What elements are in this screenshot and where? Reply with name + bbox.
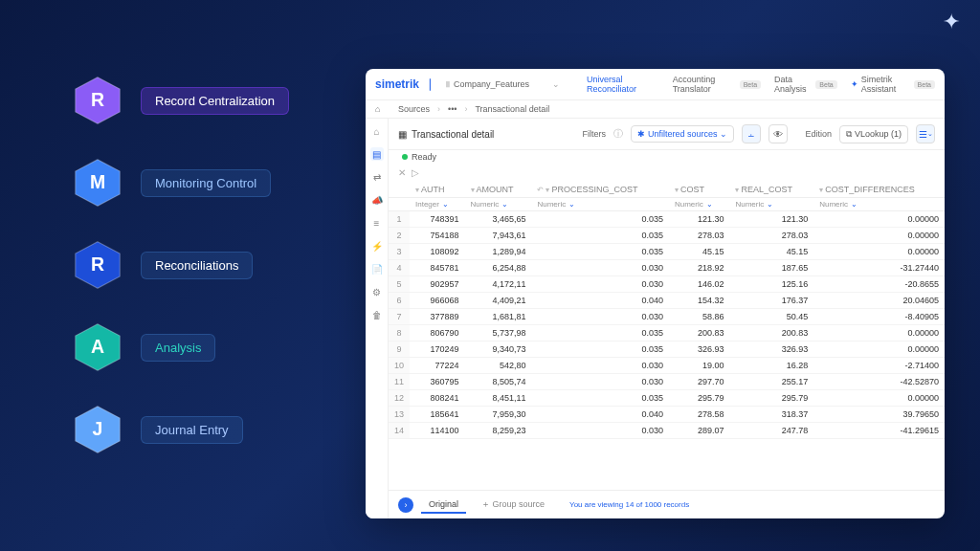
cell-real: 187.65	[729, 260, 813, 276]
table-row[interactable]: 4 845781 6,254,88 0.030 218.92 187.65 -3…	[389, 260, 945, 276]
unfiltered-sources-button[interactable]: ✱ Unfiltered sources ⌄	[631, 125, 735, 143]
cell-auth: 360795	[410, 374, 465, 390]
col-header[interactable]: ▾AUTH	[410, 182, 465, 198]
sidebar-plug-icon[interactable]: ⚡	[370, 239, 384, 253]
col-type[interactable]: Numeric⌄	[729, 198, 813, 211]
filter-col-icon: ▾	[735, 186, 739, 194]
feature-label: Record Centralization	[141, 87, 289, 115]
sidebar-home-icon[interactable]: ⌂	[370, 124, 384, 138]
vlookup-label: VLookup (1)	[855, 129, 902, 139]
table-row[interactable]: 7 377889 1,681,81 0.030 58.86 50.45 -8.4…	[389, 309, 945, 325]
table-row[interactable]: 9 170249 9,340,73 0.035 326.93 326.93 0.…	[389, 342, 945, 358]
cell-diff: 0.00000	[813, 325, 945, 342]
breadcrumb-root[interactable]: Sources	[398, 104, 430, 114]
cell-cost: 218.92	[669, 260, 730, 276]
breadcrumb-mid[interactable]: •••	[448, 104, 457, 114]
table-row[interactable]: 2 754188 7,943,61 0.035 278.03 278.03 0.…	[389, 228, 945, 244]
cell-proc: 0.030	[531, 374, 669, 390]
cell-real: 278.03	[729, 228, 813, 244]
cell-proc: 0.040	[531, 407, 669, 423]
sidebar-gear-icon[interactable]: ⚙	[370, 285, 384, 298]
cell-amount: 1,681,81	[465, 309, 532, 325]
col-type[interactable]: Numeric⌄	[669, 198, 730, 211]
footer-expand-button[interactable]: ›	[398, 497, 413, 513]
filter-col-icon: ▾	[675, 186, 679, 194]
cell-proc: 0.030	[531, 423, 669, 439]
cell-real: 326.93	[729, 342, 813, 358]
cell-auth: 185641	[410, 407, 465, 423]
hex-icon: R	[72, 239, 123, 291]
filters-info-icon[interactable]: ⓘ	[613, 127, 623, 141]
sidebar-trash-icon[interactable]: 🗑	[370, 308, 384, 321]
content-toolbar: ▦ Transactional detail Filters ⓘ ✱ Unfil…	[389, 119, 945, 150]
edition-label: Edition	[805, 129, 832, 139]
cell-diff: -20.8655	[813, 276, 945, 293]
cell-cost: 289.07	[669, 423, 730, 439]
sidebar-doc-icon[interactable]: 📄	[370, 262, 384, 276]
cell-auth: 808241	[410, 390, 465, 407]
table-row[interactable]: 5 902957 4,172,11 0.030 146.02 125.16 -2…	[389, 276, 945, 293]
cell-cost: 326.93	[669, 342, 730, 358]
cell-real: 121.30	[729, 211, 813, 228]
col-header[interactable]: ↶▾PROCESSING_COST	[531, 182, 669, 198]
footer-tab-group[interactable]: ＋ Group source	[474, 496, 552, 514]
row-number: 14	[389, 423, 410, 439]
cell-diff: 39.79650	[813, 407, 945, 423]
visibility-icon-button[interactable]: 👁	[768, 124, 788, 143]
col-header[interactable]: ▾REAL_COST	[729, 182, 813, 198]
data-table-wrap[interactable]: ▾AUTH▾AMOUNT↶▾PROCESSING_COST▾COST▾REAL_…	[389, 182, 945, 490]
nav-tab[interactable]: Accounting Translator Beta	[673, 75, 761, 94]
col-type[interactable]: Numeric⌄	[531, 198, 669, 211]
company-selector[interactable]: ⫴ Company_Features ⌄	[446, 79, 560, 90]
col-header[interactable]: ▾COST_DIFFERENCES	[813, 182, 945, 198]
col-type[interactable]: Numeric⌄	[465, 198, 532, 211]
sidebar-list-icon[interactable]: ≡	[370, 216, 384, 230]
sidebar-announce-icon[interactable]: 📣	[370, 193, 384, 207]
cell-proc: 0.030	[531, 358, 669, 374]
beta-badge: Beta	[914, 80, 935, 89]
sidebar-data-icon[interactable]: ▤	[370, 147, 384, 161]
cell-auth: 902957	[410, 276, 465, 293]
table-row[interactable]: 13 185641 7,959,30 0.040 278.58 318.37 3…	[389, 407, 945, 423]
cell-cost: 295.79	[669, 390, 730, 407]
edition-menu-button[interactable]: ☰⌄	[916, 124, 935, 143]
chevron-down-icon: ⌄	[501, 200, 508, 209]
filter-col-icon: ▾	[819, 186, 823, 194]
play-icon[interactable]: ▷	[412, 167, 419, 178]
col-type[interactable]: Integer⌄	[410, 198, 465, 211]
sidebar-transfer-icon[interactable]: ⇄	[370, 170, 384, 184]
table-row[interactable]: 8 806790 5,737,98 0.035 200.83 200.83 0.…	[389, 325, 945, 342]
nav-tab[interactable]: ✦ Simetrik Assistant Beta	[851, 75, 935, 94]
table-row[interactable]: 12 808241 8,451,11 0.035 295.79 295.79 0…	[389, 390, 945, 407]
filter-icon-button[interactable]: ⫠	[742, 124, 761, 143]
nav-tab[interactable]: Universal Reconciliator	[587, 75, 659, 94]
col-type[interactable]: Numeric⌄	[813, 198, 945, 211]
cell-cost: 278.03	[669, 228, 730, 244]
cell-proc: 0.035	[531, 228, 669, 244]
row-number: 13	[389, 407, 410, 423]
cancel-icon[interactable]: ✕	[398, 167, 406, 178]
cell-cost: 278.58	[669, 407, 730, 423]
cell-amount: 6,254,88	[465, 260, 532, 276]
footer-tab-original[interactable]: Original	[421, 496, 466, 514]
sparkle-icon: ✦	[943, 10, 966, 33]
nav-tab[interactable]: Data Analysis Beta	[774, 75, 837, 94]
cell-real: 200.83	[729, 325, 813, 342]
cell-cost: 146.02	[669, 276, 730, 293]
cell-auth: 806790	[410, 325, 465, 342]
cell-diff: -31.27440	[813, 260, 945, 276]
table-row[interactable]: 10 77224 542,80 0.030 19.00 16.28 -2.714…	[389, 358, 945, 374]
table-row[interactable]: 11 360795 8,505,74 0.030 297.70 255.17 -…	[389, 374, 945, 390]
table-row[interactable]: 1 748391 3,465,65 0.035 121.30 121.30 0.…	[389, 211, 945, 228]
table-row[interactable]: 14 114100 8,259,23 0.030 289.07 247.78 -…	[389, 423, 945, 439]
cell-auth: 377889	[410, 309, 465, 325]
table-row[interactable]: 6 966068 4,409,21 0.040 154.32 176.37 20…	[389, 293, 945, 309]
cell-real: 16.28	[729, 358, 813, 374]
vlookup-button[interactable]: ⧉ VLookup (1)	[839, 125, 908, 143]
col-header[interactable]: ▾COST	[669, 182, 730, 198]
cell-diff: 0.00000	[813, 342, 945, 358]
table-row[interactable]: 3 108092 1,289,94 0.035 45.15 45.15 0.00…	[389, 244, 945, 260]
record-count-label: You are viewing 14 of 1000 records	[569, 500, 689, 509]
home-icon[interactable]: ⌂	[375, 104, 380, 114]
col-header[interactable]: ▾AMOUNT	[465, 182, 532, 198]
